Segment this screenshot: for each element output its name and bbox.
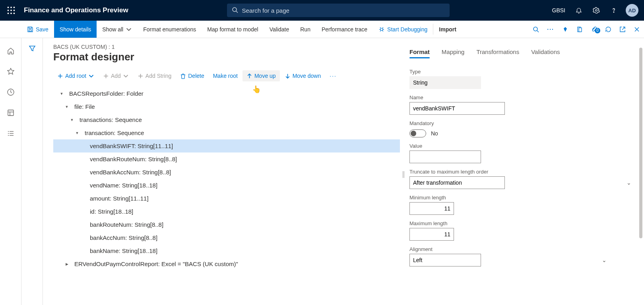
tree-node[interactable]: bankName: String[18..18]: [53, 244, 400, 257]
tree-node[interactable]: amount: String[11..11]: [53, 192, 400, 205]
tree-node[interactable]: ▼BACSReportsFolder: Folder: [53, 87, 400, 100]
svg-point-1: [10, 7, 12, 8]
attachments-icon[interactable]: 0: [587, 26, 601, 33]
start-debugging-button[interactable]: Start Debugging: [373, 21, 433, 38]
tab-transformations[interactable]: Transformations: [476, 46, 519, 58]
tree-node[interactable]: vendBankSWIFT: String[11..11]: [53, 139, 400, 152]
modules-icon[interactable]: [3, 127, 18, 140]
min-length-field[interactable]: [409, 202, 454, 215]
tree-node-label: file: File: [74, 103, 95, 110]
search-input[interactable]: [242, 7, 445, 14]
popout-icon[interactable]: [615, 26, 630, 33]
caret-down-icon[interactable]: ▼: [62, 105, 71, 109]
svg-rect-26: [29, 30, 31, 31]
breadcrumb: BACS (UK CUSTOM) : 1: [53, 44, 400, 50]
caret-down-icon[interactable]: ▼: [57, 92, 66, 96]
add-button[interactable]: Add: [99, 70, 133, 81]
tree-node[interactable]: bankRouteNum: String[8..8]: [53, 218, 400, 231]
splitter-handle[interactable]: ║: [400, 44, 407, 305]
svg-point-0: [8, 7, 9, 8]
tab-validations[interactable]: Validations: [531, 46, 560, 58]
tree-node-label: vendName: String[18..18]: [90, 182, 157, 189]
refresh-icon[interactable]: [601, 26, 615, 33]
tab-mapping[interactable]: Mapping: [442, 46, 465, 58]
save-button[interactable]: Save: [21, 21, 54, 38]
filter-icon[interactable]: [28, 44, 36, 305]
tree-node-label: amount: String[11..11]: [90, 195, 149, 202]
avatar[interactable]: AD: [626, 4, 638, 17]
show-all-button[interactable]: Show all: [97, 21, 138, 38]
performance-trace-button[interactable]: Performance trace: [316, 21, 373, 38]
filter-column: [21, 38, 43, 305]
add-root-button[interactable]: Add root: [53, 70, 98, 81]
make-root-button[interactable]: Make root: [209, 70, 242, 81]
diamond-icon[interactable]: [558, 26, 572, 33]
attachments-badge: 0: [595, 28, 600, 33]
tree-node[interactable]: vendBankRouteNum: String[8..8]: [53, 152, 400, 166]
name-field[interactable]: [409, 102, 505, 115]
help-icon[interactable]: [606, 2, 622, 18]
tree-node[interactable]: ▶ERVendOutPaymControlReport: Excel = "BA…: [53, 257, 400, 270]
home-icon[interactable]: [3, 44, 18, 57]
caret-right-icon[interactable]: ▶: [62, 262, 71, 266]
truncate-select[interactable]: [409, 176, 505, 189]
close-icon[interactable]: [630, 26, 644, 33]
run-button[interactable]: Run: [295, 21, 316, 38]
tree-node[interactable]: id: String[18..18]: [53, 205, 400, 218]
workspace-icon[interactable]: [3, 106, 18, 119]
tree-node[interactable]: ▼transaction: Sequence: [53, 126, 400, 139]
move-up-button[interactable]: Move up: [242, 70, 280, 81]
max-length-field[interactable]: [409, 228, 454, 241]
show-details-button[interactable]: Show details: [54, 21, 97, 38]
format-enumerations-button[interactable]: Format enumerations: [138, 21, 202, 38]
tree-node-label: vendBankSWIFT: String[11..11]: [90, 143, 173, 149]
mandatory-label: Mandatory: [409, 120, 634, 126]
caret-down-icon[interactable]: ▼: [68, 118, 76, 122]
more-icon[interactable]: ···: [543, 26, 558, 33]
validate-button[interactable]: Validate: [264, 21, 295, 38]
tree-node-label: bankName: String[18..18]: [90, 247, 157, 254]
tree-node[interactable]: ▼file: File: [53, 100, 400, 113]
name-label: Name: [409, 95, 634, 100]
toolbar-more-icon[interactable]: ···: [326, 70, 341, 81]
map-format-button[interactable]: Map format to model: [202, 21, 264, 38]
star-icon[interactable]: [3, 65, 18, 78]
tree-node[interactable]: bankAccNum: String[8..8]: [53, 231, 400, 244]
mandatory-value: No: [431, 130, 438, 137]
page-options-icon[interactable]: [572, 26, 587, 33]
gear-icon[interactable]: [588, 2, 604, 18]
svg-line-10: [236, 11, 238, 13]
tree-node[interactable]: ▼transactions: Sequence: [53, 113, 400, 126]
chevron-down-icon: ⌄: [627, 180, 631, 186]
bell-icon[interactable]: [571, 2, 587, 18]
import-button[interactable]: Import: [433, 21, 462, 38]
alignment-select[interactable]: [409, 254, 481, 266]
svg-point-11: [596, 10, 597, 12]
svg-point-12: [613, 12, 614, 13]
mandatory-toggle[interactable]: [409, 129, 426, 137]
move-down-button[interactable]: Move down: [281, 70, 325, 81]
tab-format[interactable]: Format: [409, 46, 430, 58]
waffle-icon[interactable]: [3, 6, 19, 14]
recent-icon[interactable]: [3, 86, 18, 98]
cmd-search-icon[interactable]: [529, 26, 543, 33]
search-icon: [232, 7, 238, 14]
alignment-label: Alignment: [409, 246, 634, 252]
add-string-button[interactable]: Add String: [134, 70, 175, 81]
value-field[interactable]: [409, 151, 481, 163]
tree-node[interactable]: vendName: String[18..18]: [53, 179, 400, 192]
svg-rect-37: [579, 28, 582, 32]
tree-node-label: bankAccNum: String[8..8]: [90, 234, 157, 241]
type-label: Type: [409, 69, 634, 75]
search-box[interactable]: [227, 4, 450, 17]
svg-point-5: [14, 10, 15, 11]
tree-node[interactable]: vendBankAccNum: String[8..8]: [53, 166, 400, 179]
caret-down-icon[interactable]: ▼: [73, 131, 81, 135]
save-label: Save: [36, 26, 48, 33]
delete-button[interactable]: Delete: [176, 70, 208, 81]
tree-node-label: BACSReportsFolder: Folder: [69, 90, 144, 97]
scrollbar[interactable]: [639, 48, 642, 238]
env-label: GBSI: [548, 7, 569, 14]
app-title: Finance and Operations Preview: [24, 6, 128, 14]
svg-point-27: [380, 28, 383, 31]
